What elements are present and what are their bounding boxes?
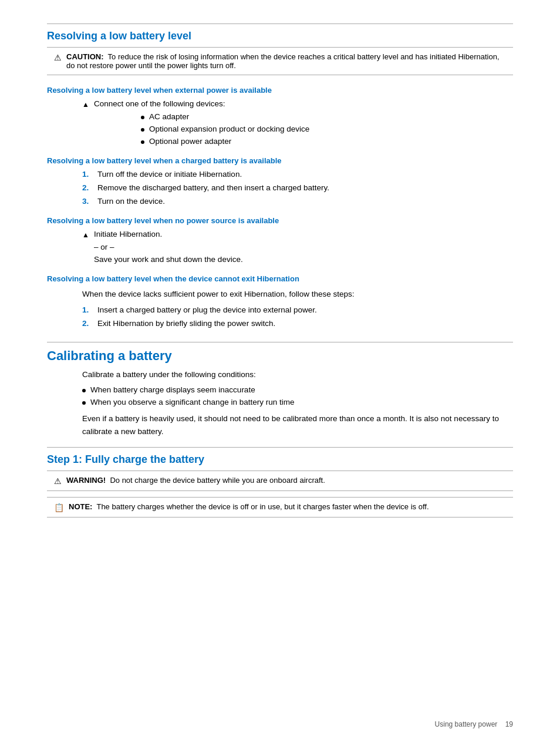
cannot-exit-subsection: Resolving a low battery level when the d… <box>47 274 513 328</box>
footer-text: Using battery power <box>435 720 498 728</box>
external-power-title: Resolving a low battery level when exter… <box>47 86 513 95</box>
no-power-content: ▲ Initiate Hibernation. <box>82 230 513 239</box>
external-power-content: ▲ Connect one of the following devices: … <box>82 99 513 146</box>
section-divider <box>47 23 513 24</box>
caution-box: ⚠ CAUTION: To reduce the risk of losing … <box>47 47 513 75</box>
list-item: 2. Exit Hibernation by briefly sliding t… <box>82 319 513 328</box>
list-item: 3. Turn on the device. <box>82 197 513 206</box>
calibrating-note: Even if a battery is heavily used, it sh… <box>82 412 513 438</box>
cannot-exit-intro: When the device lacks sufficient power t… <box>82 288 513 301</box>
step1-section: Step 1: Fully charge the battery ⚠ WARNI… <box>47 447 513 518</box>
warning-text: WARNING! Do not charge the device batter… <box>66 476 325 485</box>
section-divider <box>47 447 513 448</box>
page-number: 19 <box>505 720 513 728</box>
note-box: 📋 NOTE: The battery charges whether the … <box>47 497 513 518</box>
external-power-warning: ▲ Connect one of the following devices: <box>82 99 513 109</box>
resolving-title: Resolving a low battery level <box>47 30 513 42</box>
no-power-warning: ▲ Initiate Hibernation. <box>82 230 513 239</box>
bullet-dot-icon <box>141 128 144 132</box>
calibrating-title: Calibrating a battery <box>47 348 513 364</box>
cannot-exit-content: When the device lacks sufficient power t… <box>82 288 513 328</box>
resolving-section: Resolving a low battery level ⚠ CAUTION:… <box>47 23 513 328</box>
step1-title: Step 1: Fully charge the battery <box>47 453 513 466</box>
bullet-dot-icon <box>82 401 86 405</box>
external-power-subsection: Resolving a low battery level when exter… <box>47 86 513 146</box>
charged-battery-subsection: Resolving a low battery level when a cha… <box>47 156 513 206</box>
list-item: 1. Turn off the device or initiate Hiber… <box>82 170 513 179</box>
save-work-text: Save your work and shut down the device. <box>94 255 513 264</box>
list-item: When battery charge displays seem inaccu… <box>82 385 513 394</box>
no-power-subsection: Resolving a low battery level when no po… <box>47 216 513 264</box>
no-power-title: Resolving a low battery level when no po… <box>47 216 513 225</box>
charged-battery-title: Resolving a low battery level when a cha… <box>47 156 513 165</box>
caution-text: CAUTION: To reduce the risk of losing in… <box>66 52 506 70</box>
warning-triangle-icon: ▲ <box>82 100 89 109</box>
note-icon: 📋 <box>54 503 64 512</box>
list-item: Optional power adapter <box>141 137 513 146</box>
warning-box: ⚠ WARNING! Do not charge the device batt… <box>47 471 513 491</box>
list-item: 2. Remove the discharged battery, and th… <box>82 183 513 192</box>
bullet-dot-icon <box>141 140 144 144</box>
calibrating-intro: Calibrate a battery under the following … <box>82 368 513 381</box>
external-power-bullets: AC adapter Optional expansion product or… <box>141 112 513 146</box>
list-item: When you observe a significant change in… <box>82 398 513 406</box>
warning-triangle-icon: ▲ <box>82 231 89 239</box>
calibrating-section: Calibrating a battery Calibrate a batter… <box>47 342 513 438</box>
bullet-dot-icon <box>82 389 86 392</box>
charged-battery-steps: 1. Turn off the device or initiate Hiber… <box>82 170 513 206</box>
warning-triangle-icon: ⚠ <box>54 476 62 486</box>
list-item: AC adapter <box>141 112 513 121</box>
list-item: 1. Insert a charged battery or plug the … <box>82 305 513 314</box>
cannot-exit-steps: 1. Insert a charged battery or plug the … <box>82 305 513 328</box>
bullet-dot-icon <box>141 116 144 119</box>
list-item: Optional expansion product or docking de… <box>141 125 513 133</box>
note-text: NOTE: The battery charges whether the de… <box>69 502 429 511</box>
caution-triangle-icon: ⚠ <box>54 53 62 62</box>
page-footer: Using battery power 19 <box>435 720 513 728</box>
calibrating-content: Calibrate a battery under the following … <box>82 368 513 438</box>
section-divider <box>47 342 513 342</box>
or-text: – or – <box>94 243 513 251</box>
cannot-exit-title: Resolving a low battery level when the d… <box>47 274 513 283</box>
